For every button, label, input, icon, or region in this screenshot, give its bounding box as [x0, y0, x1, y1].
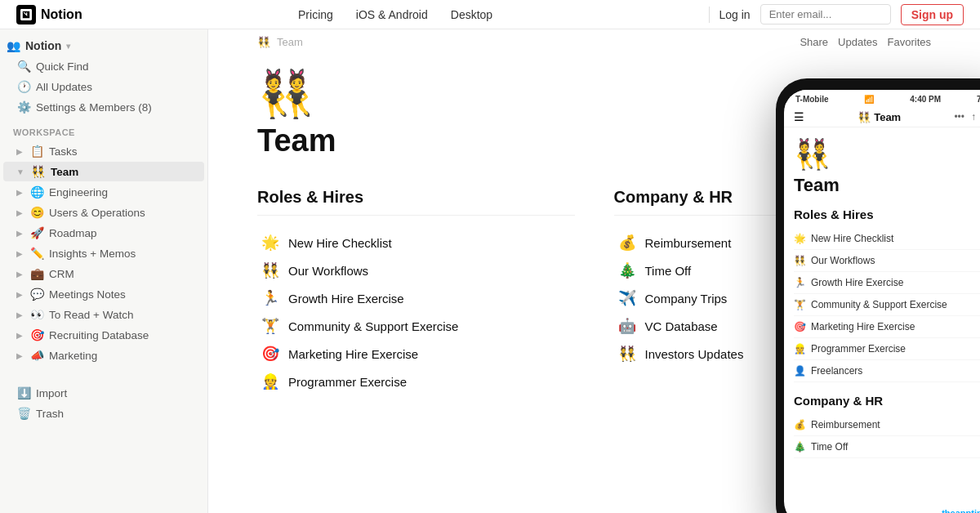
sidebar-item-users-operations[interactable]: ▶ 😊 Users & Operations — [3, 203, 204, 222]
sidebar-roadmap-label: Roadmap — [49, 227, 97, 239]
phone-list-item: 👯 Our Workflows ••• — [794, 250, 980, 272]
phone-nav-title-text: Team — [874, 111, 901, 123]
ios-android-link[interactable]: iOS & Android — [356, 8, 428, 21]
list-item[interactable]: 👯 Our Workflows — [257, 256, 575, 284]
recruiting-icon: 🎯 — [29, 328, 44, 341]
updates-button[interactable]: Updates — [838, 36, 877, 48]
share-button[interactable]: Share — [800, 36, 828, 48]
roles-hires-list: 🌟 New Hire Checklist 👯 Our Workflows 🏃 G… — [257, 229, 575, 395]
sidebar-item-settings[interactable]: ⚙️ Settings & Members (8) — [3, 97, 204, 117]
sidebar-tasks-label: Tasks — [49, 145, 78, 158]
sidebar: 👥 Notion ▾ 🔍 Quick Find 🕐 All Updates ⚙️… — [0, 29, 208, 513]
trash-icon: 🗑️ — [16, 407, 31, 420]
phone-wifi-icon: 📶 — [864, 95, 874, 104]
clock-icon: 🕐 — [16, 80, 31, 93]
sidebar-crm-label: CRM — [49, 268, 74, 280]
phone-item-emoji: 👯 — [794, 255, 806, 266]
phone-nav-title: 👯 Team — [858, 111, 901, 123]
main-content: 👯 Team Share Updates Favorites 👯 Team Ro… — [208, 29, 980, 513]
chevron-right-icon: ▶ — [16, 147, 23, 156]
sidebar-item-crm[interactable]: ▶ 💼 CRM — [3, 264, 204, 283]
phone-item-label: Marketing Hire Exercise — [811, 321, 915, 332]
phone-battery: 78% — [977, 95, 980, 104]
sidebar-item-all-updates[interactable]: 🕐 All Updates — [3, 77, 204, 96]
phone-roles-section-title: Roles & Hires — [794, 207, 980, 221]
phone-item-label: New Hire Checklist — [811, 233, 893, 244]
sidebar-item-meetings[interactable]: ▶ 💬 Meetings Notes — [3, 284, 204, 304]
sidebar-item-insights[interactable]: ▶ ✏️ Insights + Memos — [3, 243, 204, 263]
item-emoji: ✈️ — [617, 289, 637, 307]
insights-icon: ✏️ — [29, 247, 44, 260]
sidebar-item-team[interactable]: ▼ 👯 Team — [3, 162, 204, 181]
phone-time: 4:40 PM — [910, 95, 941, 104]
read-icon: 👀 — [29, 308, 44, 321]
notion-workspace-label: Notion — [25, 39, 61, 52]
page-topbar: 👯 Team Share Updates Favorites — [257, 29, 931, 48]
phone-nav-icons: ••• ↑ 🕐 — [954, 111, 980, 123]
sidebar-item-quick-find[interactable]: 🔍 Quick Find — [3, 56, 204, 76]
sidebar-item-engineering[interactable]: ▶ 🌐 Engineering — [3, 182, 204, 202]
list-item-label: Growth Hire Exercise — [288, 292, 404, 306]
list-item[interactable]: 🌟 New Hire Checklist — [257, 229, 575, 256]
sidebar-item-to-read[interactable]: ▶ 👀 To Read + Watch — [3, 305, 204, 324]
chevron-right-icon-mk: ▶ — [16, 351, 23, 360]
phone-mockup: T-Mobile 📶 4:40 PM 78% ☰ 👯 Team ••• — [776, 78, 980, 513]
users-icon: 😊 — [29, 206, 44, 219]
item-emoji: 👯 — [261, 261, 280, 279]
list-item[interactable]: 👷 Programmer Exercise — [257, 368, 575, 395]
list-item[interactable]: 🏃 Growth Hire Exercise — [257, 284, 575, 312]
nav-divider — [709, 7, 710, 23]
sidebar-item-marketing[interactable]: ▶ 📣 Marketing — [3, 346, 204, 365]
list-item-label: Marketing Hire Exercise — [288, 347, 418, 361]
phone-item-label: Growth Hire Exercise — [811, 277, 903, 288]
chevron-right-icon-eng: ▶ — [16, 188, 23, 197]
engineering-icon: 🌐 — [29, 185, 44, 199]
signup-button[interactable]: Sign up — [901, 4, 964, 25]
list-item[interactable]: 🏋️ Community & Support Exercise — [257, 312, 575, 340]
phone-frame: T-Mobile 📶 4:40 PM 78% ☰ 👯 Team ••• — [776, 78, 980, 513]
phone-list-item: 🎯 Marketing Hire Exercise ••• — [794, 316, 980, 338]
pricing-link[interactable]: Pricing — [298, 8, 333, 21]
sidebar-item-recruiting[interactable]: ▶ 🎯 Recruiting Database — [3, 325, 204, 345]
phone-screen: T-Mobile 📶 4:40 PM 78% ☰ 👯 Team ••• — [784, 90, 980, 513]
breadcrumb-icon: 👯 — [257, 36, 270, 48]
sidebar-item-trash[interactable]: 🗑️ Trash — [3, 404, 204, 423]
list-item-label: Time Off — [645, 264, 692, 278]
phone-item-label: Time Off — [811, 441, 848, 453]
meetings-icon: 💬 — [29, 288, 44, 301]
list-item-label: VC Database — [645, 319, 718, 333]
notion-workspace-icon: 👥 — [7, 39, 20, 52]
phone-roles-list: 🌟 New Hire Checklist ••• 👯 Our Workflows — [794, 228, 980, 382]
roadmap-icon: 🚀 — [29, 226, 44, 239]
email-input[interactable] — [760, 4, 891, 25]
roles-hires-title: Roles & Hires — [257, 188, 575, 207]
sidebar-item-import[interactable]: ⬇️ Import — [3, 383, 204, 403]
phone-item-emoji: 🏃 — [794, 277, 806, 288]
list-item[interactable]: 🎯 Marketing Hire Exercise — [257, 340, 575, 368]
sidebar-top-items: 🔍 Quick Find 🕐 All Updates ⚙️ Settings &… — [0, 56, 207, 117]
logo[interactable]: Notion — [16, 5, 82, 25]
top-navigation: Notion Pricing iOS & Android Desktop Log… — [0, 0, 980, 29]
item-emoji: 🏃 — [261, 289, 280, 307]
desktop-link[interactable]: Desktop — [451, 8, 492, 21]
sidebar-item-roadmap[interactable]: ▶ 🚀 Roadmap — [3, 223, 204, 243]
chevron-right-icon-uo: ▶ — [16, 208, 23, 217]
phone-list-item: 💰 Reimbursement ••• — [794, 414, 980, 436]
sidebar-item-tasks[interactable]: ▶ 📋 Tasks — [3, 141, 204, 161]
phone-list-item: 🌟 New Hire Checklist ••• — [794, 228, 980, 250]
phone-list-item: 👤 Freelancers ••• — [794, 360, 980, 382]
chevron-right-icon-rm: ▶ — [16, 229, 23, 238]
phone-item-label: Programmer Exercise — [811, 343, 906, 355]
phone-content: 👯 Team Roles & Hires 🌟 New Hire Checklis… — [784, 127, 980, 513]
marketing-icon: 📣 — [29, 349, 44, 362]
list-item-label: New Hire Checklist — [288, 236, 392, 250]
sidebar-workspace-items: ▶ 📋 Tasks ▼ 👯 Team ▶ 🌐 Engineering ▶ 😊 U… — [0, 141, 207, 365]
list-item-label: Programmer Exercise — [288, 375, 407, 389]
favorites-button[interactable]: Favorites — [888, 36, 931, 48]
roles-hires-divider — [257, 215, 575, 216]
chevron-down-icon: ▼ — [16, 167, 24, 176]
phone-item-emoji: 👤 — [794, 365, 806, 377]
login-button[interactable]: Log in — [719, 8, 751, 21]
phone-status-bar: T-Mobile 📶 4:40 PM 78% — [784, 90, 980, 107]
sidebar-notion-row[interactable]: 👥 Notion ▾ — [0, 36, 207, 56]
